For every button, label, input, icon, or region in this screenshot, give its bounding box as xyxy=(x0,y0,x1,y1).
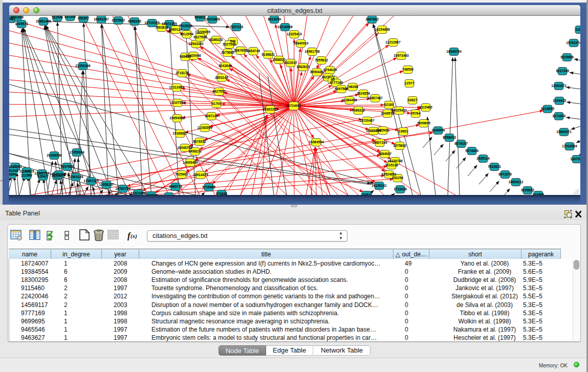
svg-text:6794024: 6794024 xyxy=(323,68,337,72)
svg-text:11124: 11124 xyxy=(575,28,580,31)
svg-text:10653267: 10653267 xyxy=(94,17,109,21)
svg-text:10671355: 10671355 xyxy=(162,22,177,26)
svg-text:3267130: 3267130 xyxy=(205,114,218,118)
svg-text:15720407: 15720407 xyxy=(359,119,375,122)
svg-text:9465779: 9465779 xyxy=(169,185,182,188)
svg-text:16648784: 16648784 xyxy=(446,50,462,53)
svg-text:6497568: 6497568 xyxy=(335,87,348,91)
svg-text:10719155: 10719155 xyxy=(144,21,160,25)
svg-text:62160: 62160 xyxy=(384,103,394,106)
svg-text:1562615: 1562615 xyxy=(296,65,310,69)
svg-text:1244415: 1244415 xyxy=(553,99,566,102)
svg-text:16640910: 16640910 xyxy=(293,41,309,45)
svg-text:12325419: 12325419 xyxy=(287,32,302,36)
svg-text:7625402: 7625402 xyxy=(175,172,188,176)
svg-text:12503135: 12503135 xyxy=(68,175,83,179)
svg-text:9327508: 9327508 xyxy=(223,42,236,46)
svg-text:18107552: 18107552 xyxy=(170,101,185,104)
svg-text:831304: 831304 xyxy=(64,16,76,18)
svg-text:7515526: 7515526 xyxy=(179,24,192,28)
svg-text:10654112: 10654112 xyxy=(509,180,524,184)
svg-text:10807487: 10807487 xyxy=(367,96,383,100)
svg-text:21053346: 21053346 xyxy=(75,64,91,68)
svg-text:16914479: 16914479 xyxy=(193,173,208,177)
svg-text:19654982: 19654982 xyxy=(169,116,185,120)
svg-text:12213369: 12213369 xyxy=(169,85,184,89)
svg-text:1975692: 1975692 xyxy=(393,144,406,147)
svg-text:9777169: 9777169 xyxy=(330,81,343,84)
svg-text:1435061: 1435061 xyxy=(9,165,22,168)
svg-text:2291406: 2291406 xyxy=(10,16,24,19)
svg-text:7632621: 7632621 xyxy=(488,165,501,168)
svg-text:9397588: 9397588 xyxy=(60,165,74,168)
svg-text:8186323: 8186323 xyxy=(209,38,223,41)
svg-text:7663822: 7663822 xyxy=(155,26,168,29)
svg-text:95764: 95764 xyxy=(411,112,421,115)
svg-text:3675685: 3675685 xyxy=(221,51,234,54)
svg-text:1527602: 1527602 xyxy=(112,18,125,22)
svg-text:16046788: 16046788 xyxy=(177,146,192,149)
svg-text:7955812: 7955812 xyxy=(315,58,328,62)
svg-text:391541: 391541 xyxy=(9,169,18,172)
svg-text:17957225: 17957225 xyxy=(83,179,99,183)
svg-text:10973493: 10973493 xyxy=(394,54,409,57)
svg-text:9245652: 9245652 xyxy=(521,188,534,192)
svg-text:9474444: 9474444 xyxy=(465,149,478,152)
svg-text:12977: 12977 xyxy=(405,81,415,85)
svg-text:20691406: 20691406 xyxy=(36,19,51,23)
svg-text:1071004: 1071004 xyxy=(552,114,565,118)
svg-text:111568: 111568 xyxy=(21,173,32,177)
svg-text:8990448: 8990448 xyxy=(310,70,323,74)
svg-text:18724007: 18724007 xyxy=(286,104,301,107)
svg-text:9716485: 9716485 xyxy=(202,185,215,189)
svg-text:911546: 911546 xyxy=(52,16,63,19)
svg-text:12213967: 12213967 xyxy=(385,40,401,44)
svg-text:2718176: 2718176 xyxy=(176,71,189,75)
svg-text:8960124: 8960124 xyxy=(169,28,182,31)
svg-text:14136141: 14136141 xyxy=(372,184,387,187)
svg-text:10543382: 10543382 xyxy=(188,42,204,46)
svg-text:2349575: 2349575 xyxy=(381,112,394,115)
svg-text:18807249: 18807249 xyxy=(372,141,387,144)
svg-text:9329966: 9329966 xyxy=(560,55,574,59)
svg-text:14099489: 14099489 xyxy=(183,161,198,164)
svg-text:2803144: 2803144 xyxy=(215,76,228,79)
svg-text:7357224: 7357224 xyxy=(230,25,243,29)
svg-text:8215955: 8215955 xyxy=(541,107,554,111)
svg-text:19651: 19651 xyxy=(399,129,408,133)
svg-text:9227349: 9227349 xyxy=(556,69,569,73)
svg-text:2935114: 2935114 xyxy=(476,157,490,160)
svg-text:20206536: 20206536 xyxy=(47,154,62,157)
svg-text:21364456: 21364456 xyxy=(342,98,357,102)
svg-text:17359924: 17359924 xyxy=(69,150,84,154)
svg-text:15751074: 15751074 xyxy=(566,41,580,45)
svg-text:748500: 748500 xyxy=(402,68,413,71)
svg-text:1640954: 1640954 xyxy=(431,128,445,132)
svg-text:7986322: 7986322 xyxy=(352,108,365,112)
svg-text:8454749: 8454749 xyxy=(247,49,260,53)
svg-text:9242848: 9242848 xyxy=(219,64,232,68)
svg-text:8958923: 8958923 xyxy=(443,136,456,139)
svg-text:23302283: 23302283 xyxy=(263,107,278,111)
svg-text:11156829: 11156829 xyxy=(19,169,34,173)
svg-text:129427: 129427 xyxy=(37,174,49,178)
svg-text:8912954: 8912954 xyxy=(180,32,193,36)
svg-text:33627: 33627 xyxy=(408,98,418,102)
svg-text:39154: 39154 xyxy=(9,172,16,176)
svg-text:252254: 252254 xyxy=(392,176,403,180)
svg-text:6679197: 6679197 xyxy=(454,142,468,145)
svg-text:(x): (x) xyxy=(130,233,137,239)
svg-text:22420046: 22420046 xyxy=(186,54,201,57)
svg-text:9146821: 9146821 xyxy=(262,53,275,56)
svg-text:11451947: 11451947 xyxy=(52,172,67,176)
svg-text:11958107: 11958107 xyxy=(99,183,114,186)
svg-text:19524851: 19524851 xyxy=(381,172,397,176)
svg-text:12323468: 12323468 xyxy=(130,191,146,195)
svg-text:8813054: 8813054 xyxy=(268,17,281,21)
svg-text:1167533: 1167533 xyxy=(570,157,580,161)
svg-text:16154808: 16154808 xyxy=(375,28,390,31)
svg-text:1615132: 1615132 xyxy=(385,163,398,167)
svg-text:16033809: 16033809 xyxy=(205,17,220,21)
svg-text:2867608: 2867608 xyxy=(234,49,247,52)
svg-text:41700: 41700 xyxy=(212,102,222,105)
